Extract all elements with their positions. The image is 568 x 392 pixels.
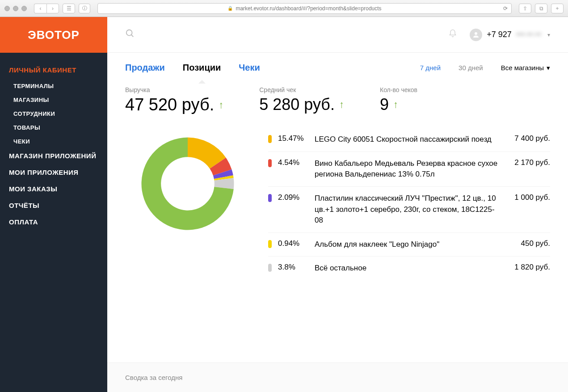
color-dot <box>268 264 272 272</box>
tab-checks[interactable]: Чеки <box>239 63 260 73</box>
logo[interactable]: ЭВОТОР <box>0 17 107 53</box>
stat-avg: Средний чек 5 280 руб.↑ <box>259 86 344 114</box>
site-info-button[interactable]: ⓘ <box>79 4 90 13</box>
footer-summary[interactable]: Сводка за сегодня <box>107 362 568 392</box>
item-desc: Всё остальное <box>315 263 508 274</box>
sidebar-item-myorders[interactable]: МОИ ЗАКАЗЫ <box>9 185 107 193</box>
period-7d[interactable]: 7 дней <box>420 64 441 72</box>
stat-count-label: Кол-во чеков <box>380 86 417 93</box>
item-pct: 4.54% <box>278 158 308 180</box>
sidebar-item-stores[interactable]: МАГАЗИНЫ <box>9 97 107 103</box>
sidebar-item-payment[interactable]: ОПЛАТА <box>9 218 107 226</box>
item-pct: 15.47% <box>278 134 308 145</box>
bell-icon[interactable] <box>448 29 457 41</box>
tabs-row: Продажи Позиции Чеки 7 дней 30 дней Все … <box>107 53 568 83</box>
sidebar-toggle-button[interactable]: ☰ <box>63 4 75 13</box>
tab-sales[interactable]: Продажи <box>125 63 165 73</box>
browser-chrome: ‹ › ☰ ⓘ 🔒 market.evotor.ru/dashboard/#/?… <box>0 0 568 17</box>
window-controls[interactable] <box>4 6 27 11</box>
sidebar: ЭВОТОР ЛИЧНЫЙ КАБИНЕТ ТЕРМИНАЛЫ МАГАЗИНЫ… <box>0 17 107 392</box>
stats-row: Выручка 47 520 руб.↑ Средний чек 5 280 р… <box>107 83 568 123</box>
refresh-icon[interactable]: ⟳ <box>503 5 508 12</box>
item-amount: 1 820 руб. <box>514 263 550 274</box>
back-button[interactable]: ‹ <box>34 4 46 13</box>
item-amount: 7 400 руб. <box>514 134 550 145</box>
search-icon[interactable] <box>125 29 135 41</box>
donut-chart <box>125 128 250 362</box>
list-item[interactable]: 4.54%Вино Кабальеро Медьеваль Резерва кр… <box>268 152 550 187</box>
color-dot <box>268 194 272 202</box>
list-item[interactable]: 15.47%LEGO City 60051 Скоростной пассажи… <box>268 128 550 152</box>
item-desc: LEGO City 60051 Скоростной пассажирский … <box>315 134 508 145</box>
list-item[interactable]: 0.94%Альбом для наклеек "Lego Ninjago"45… <box>268 233 550 257</box>
product-list: 15.47%LEGO City 60051 Скоростной пассажи… <box>268 128 550 362</box>
avatar-icon <box>470 29 482 41</box>
item-amount: 1 000 руб. <box>514 193 550 226</box>
tabs-button[interactable]: ⧉ <box>535 4 547 13</box>
lock-icon: 🔒 <box>227 6 233 11</box>
item-pct: 0.94% <box>278 239 308 250</box>
color-dot <box>268 240 272 248</box>
stat-avg-value: 5 280 руб. <box>259 95 335 114</box>
stat-count-value: 9 <box>380 95 389 114</box>
period-30d[interactable]: 30 дней <box>459 64 483 72</box>
user-menu[interactable]: +7 927 •••-••-•• ▾ <box>470 29 550 41</box>
stat-avg-label: Средний чек <box>259 86 344 93</box>
stat-count: Кол-во чеков 9↑ <box>380 86 417 114</box>
sidebar-item-reports[interactable]: ОТЧЁТЫ <box>9 202 107 209</box>
store-select[interactable]: Все магазины ▾ <box>501 64 550 72</box>
arrow-up-icon: ↑ <box>219 99 223 111</box>
item-pct: 3.8% <box>278 263 308 274</box>
svg-line-1 <box>131 34 134 37</box>
item-amount: 450 руб. <box>521 239 550 250</box>
url-bar[interactable]: 🔒 market.evotor.ru/dashboard/#/?period=m… <box>97 3 512 14</box>
stat-revenue-value: 47 520 руб. <box>125 95 214 114</box>
stat-revenue: Выручка 47 520 руб.↑ <box>125 86 223 114</box>
sidebar-item-appstore[interactable]: МАГАЗИН ПРИЛОЖЕНИЙ <box>9 152 107 160</box>
sidebar-item-staff[interactable]: СОТРУДНИКИ <box>9 110 107 117</box>
arrow-up-icon: ↑ <box>393 99 398 110</box>
sidebar-item-products[interactable]: ТОВАРЫ <box>9 124 107 131</box>
tab-positions[interactable]: Позиции <box>183 63 221 73</box>
user-masked: •••-••-•• <box>516 30 541 39</box>
item-pct: 2.09% <box>278 193 308 226</box>
user-phone: +7 927 <box>487 30 512 39</box>
item-desc: Альбом для наклеек "Lego Ninjago" <box>315 239 514 250</box>
url-text: market.evotor.ru/dashboard/#/?period=mon… <box>236 5 381 12</box>
sidebar-item-checks[interactable]: ЧЕКИ <box>9 138 107 145</box>
main-row: 15.47%LEGO City 60051 Скоростной пассажи… <box>107 123 568 362</box>
content: +7 927 •••-••-•• ▾ Продажи Позиции Чеки … <box>107 17 568 392</box>
chevron-down-icon: ▾ <box>547 32 550 38</box>
sidebar-item-cabinet[interactable]: ЛИЧНЫЙ КАБИНЕТ <box>9 66 107 74</box>
item-amount: 2 170 руб. <box>514 158 550 180</box>
topbar: +7 927 •••-••-•• ▾ <box>107 17 568 53</box>
stat-revenue-label: Выручка <box>125 86 223 93</box>
item-desc: Вино Кабальеро Медьеваль Резерва красное… <box>315 158 508 180</box>
svg-point-0 <box>126 30 132 35</box>
arrow-up-icon: ↑ <box>339 99 344 110</box>
new-tab-button[interactable]: + <box>551 4 564 13</box>
forward-button[interactable]: › <box>46 4 59 13</box>
sidebar-item-terminals[interactable]: ТЕРМИНАЛЫ <box>9 83 107 89</box>
share-button[interactable]: ⇪ <box>519 4 531 13</box>
color-dot <box>268 159 272 167</box>
chevron-down-icon: ▾ <box>547 64 550 72</box>
list-item[interactable]: 2.09%Пластилин классический ЛУЧ "Престиж… <box>268 187 550 233</box>
svg-point-2 <box>475 32 477 35</box>
list-item[interactable]: 3.8%Всё остальное1 820 руб. <box>268 257 550 280</box>
item-desc: Пластилин классический ЛУЧ "Престиж", 12… <box>315 193 508 226</box>
sidebar-item-myapps[interactable]: МОИ ПРИЛОЖЕНИЯ <box>9 169 107 176</box>
color-dot <box>268 135 272 143</box>
nav-back-forward[interactable]: ‹ › <box>34 4 59 13</box>
